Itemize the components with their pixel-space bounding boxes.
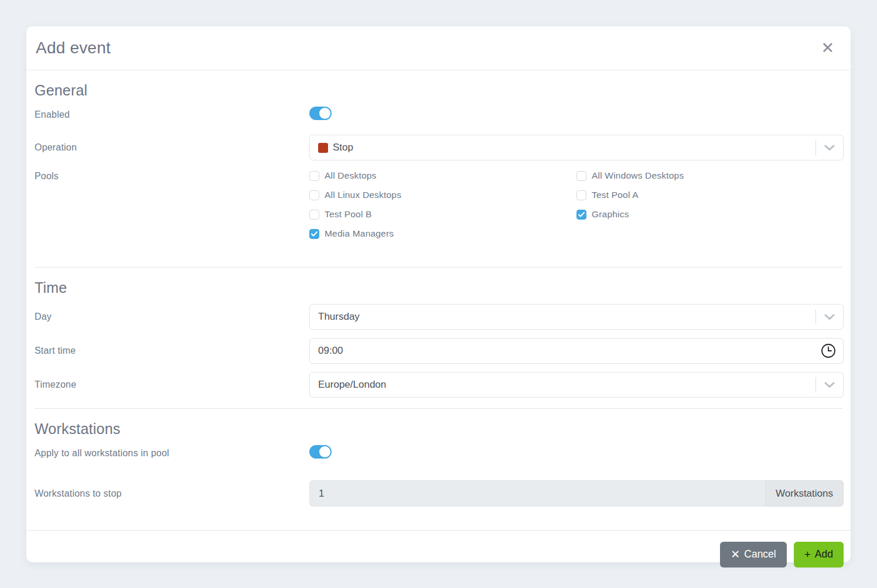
checkbox-unchecked-icon[interactable] — [576, 171, 586, 181]
apply-all-row: Apply to all workstations in pool — [33, 445, 844, 461]
day-label: Day — [33, 312, 309, 322]
add-event-dialog: Add event ✕ General Enabled Operation St… — [26, 26, 851, 562]
checkbox-checked-icon[interactable] — [309, 229, 319, 239]
pool-checkbox-item[interactable]: Test Pool B — [309, 209, 576, 220]
close-icon[interactable]: ✕ — [818, 38, 837, 59]
timezone-row: Timezone Europe/London — [33, 372, 844, 398]
checkbox-unchecked-icon[interactable] — [309, 171, 319, 181]
stop-status-icon — [318, 143, 328, 153]
toggle-knob — [319, 446, 330, 457]
operation-value-text: Stop — [333, 142, 353, 153]
checkbox-unchecked-icon[interactable] — [309, 210, 319, 220]
pool-checkbox-item[interactable]: All Windows Desktops — [576, 170, 844, 181]
workstations-count-group: Workstations — [309, 480, 844, 507]
workstations-count-input[interactable] — [309, 480, 765, 507]
pool-checkbox-label: Media Managers — [325, 228, 394, 239]
timezone-label: Timezone — [33, 380, 309, 390]
clock-icon[interactable] — [814, 343, 843, 358]
timezone-select[interactable]: Europe/London — [309, 372, 844, 398]
close-icon: ✕ — [731, 549, 740, 560]
dialog-title: Add event — [36, 39, 111, 57]
enabled-label: Enabled — [33, 110, 309, 120]
chevron-down-icon — [816, 145, 843, 151]
workstations-count-row: Workstations to stop Workstations — [33, 480, 844, 507]
chevron-down-icon — [816, 382, 843, 388]
pool-checkbox-label: All Linux Desktops — [325, 190, 401, 200]
start-time-row: Start time 09:00 — [33, 338, 844, 364]
toggle-knob — [319, 108, 330, 119]
enabled-row: Enabled — [33, 107, 844, 122]
day-select[interactable]: Thursday — [309, 304, 844, 330]
time-section-heading: Time — [35, 279, 842, 296]
start-time-value-text: 09:00 — [318, 345, 343, 357]
section-divider — [35, 408, 842, 409]
add-button[interactable]: + Add — [794, 542, 844, 568]
dialog-body: General Enabled Operation Stop Pools — [26, 70, 851, 530]
operation-select[interactable]: Stop — [309, 135, 844, 160]
checkbox-unchecked-icon[interactable] — [309, 190, 319, 200]
dialog-footer: ✕ Cancel + Add — [26, 530, 851, 578]
chevron-down-icon — [816, 314, 843, 320]
add-button-label: Add — [815, 548, 833, 560]
general-section-heading: General — [35, 82, 842, 99]
apply-all-toggle[interactable] — [309, 445, 332, 459]
start-time-label: Start time — [33, 346, 309, 356]
dialog-header: Add event ✕ — [26, 26, 851, 70]
workstations-count-addon: Workstations — [765, 480, 844, 507]
pool-checkbox-label: All Desktops — [325, 170, 377, 181]
pool-checkbox-item[interactable]: All Linux Desktops — [309, 190, 576, 200]
checkbox-unchecked-icon[interactable] — [576, 190, 586, 200]
timezone-value-text: Europe/London — [318, 379, 386, 391]
section-divider — [35, 267, 842, 268]
day-row: Day Thursday — [33, 304, 844, 330]
checkbox-checked-icon[interactable] — [576, 210, 586, 220]
enabled-toggle[interactable] — [309, 107, 332, 120]
pool-checkbox-label: Test Pool B — [325, 209, 372, 220]
apply-all-label: Apply to all workstations in pool — [33, 448, 309, 459]
plus-icon: + — [804, 549, 811, 560]
cancel-button-label: Cancel — [744, 548, 776, 560]
operation-row: Operation Stop — [33, 135, 844, 160]
pool-checkbox-label: Graphics — [592, 209, 629, 220]
pool-checkbox-item[interactable]: All Desktops — [309, 170, 576, 181]
pools-label: Pools — [33, 170, 309, 182]
start-time-input[interactable]: 09:00 — [309, 338, 844, 364]
cancel-button[interactable]: ✕ Cancel — [720, 542, 786, 568]
pools-row: Pools All DesktopsAll Windows DesktopsAl… — [33, 170, 844, 239]
pool-checkbox-item[interactable]: Graphics — [576, 209, 844, 220]
operation-label: Operation — [33, 142, 309, 153]
workstations-count-label: Workstations to stop — [33, 488, 309, 499]
pool-checkbox-item[interactable]: Media Managers — [309, 228, 576, 239]
pool-checkbox-label: Test Pool A — [592, 190, 639, 200]
pool-checkbox-label: All Windows Desktops — [592, 170, 684, 181]
day-value-text: Thursday — [318, 311, 360, 323]
pool-checkbox-item[interactable]: Test Pool A — [576, 190, 844, 200]
workstations-section-heading: Workstations — [35, 421, 842, 437]
pools-checkbox-grid: All DesktopsAll Windows DesktopsAll Linu… — [309, 170, 844, 239]
operation-selected-value: Stop — [310, 142, 815, 153]
